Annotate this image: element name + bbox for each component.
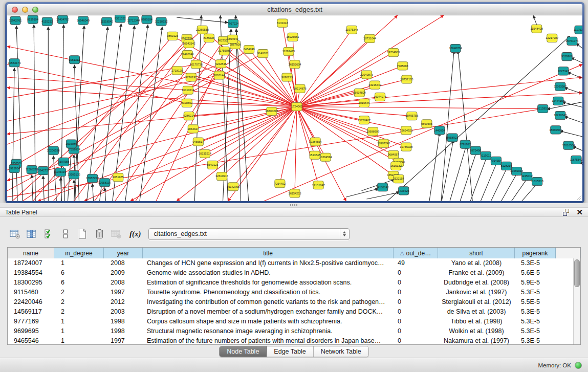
graph-edge[interactable] xyxy=(501,172,517,201)
cell-name[interactable]: 9465546 xyxy=(8,336,54,345)
cell-year[interactable]: 2012 xyxy=(104,297,143,307)
column-header-pagerank[interactable]: pagerank xyxy=(515,248,556,258)
graph-edge[interactable] xyxy=(297,106,412,116)
graph-edge[interactable] xyxy=(450,145,466,201)
graph-edge[interactable] xyxy=(491,167,507,201)
delete-columns-icon[interactable] xyxy=(93,227,106,240)
table-row[interactable]: 946554611997Estimation of the future num… xyxy=(8,336,574,345)
zoom-window-button[interactable] xyxy=(32,7,38,13)
cell-pagerank[interactable]: 5.3E-5 xyxy=(515,317,556,326)
column-header-out_degree[interactable]: △out_de… xyxy=(394,248,438,258)
cell-title[interactable]: Structural magnetic resonance image aver… xyxy=(143,326,394,336)
graph-edge[interactable] xyxy=(571,58,582,63)
cell-short[interactable]: Wolkin et al. (1998) xyxy=(438,326,515,336)
cell-name[interactable]: 18300295 xyxy=(8,278,54,288)
tab-node-table[interactable]: Node Table xyxy=(220,346,267,357)
cell-year[interactable]: 2009 xyxy=(104,268,143,278)
graph-edge[interactable] xyxy=(297,15,444,106)
cell-pagerank[interactable]: 5.3E-5 xyxy=(515,288,556,297)
network-window-titlebar[interactable]: citations_edges.txt xyxy=(7,4,582,15)
graph-edge[interactable] xyxy=(32,175,33,201)
cell-name[interactable]: 9699695 xyxy=(8,326,54,336)
close-window-button[interactable] xyxy=(12,7,18,13)
cell-name[interactable]: 14569117 xyxy=(8,307,54,317)
graph-edge[interactable] xyxy=(7,47,297,107)
graph-edge[interactable] xyxy=(34,25,35,201)
cell-short[interactable]: Jankovic et al. (1997) xyxy=(438,288,515,297)
table-mode-icon[interactable] xyxy=(8,227,21,240)
graph-edge[interactable] xyxy=(568,72,582,78)
graph-edge[interactable] xyxy=(205,106,297,154)
cell-short[interactable]: Yano et al. (2008) xyxy=(438,258,515,268)
cell-out_degree[interactable]: 0 xyxy=(394,278,438,288)
graph-edge[interactable] xyxy=(297,77,582,106)
cell-in_degree[interactable]: 2 xyxy=(54,307,104,317)
cell-out_degree[interactable]: 0 xyxy=(394,307,438,317)
graph-edge[interactable] xyxy=(481,162,497,201)
cell-name[interactable]: 18724007 xyxy=(8,258,54,268)
graph-edge[interactable] xyxy=(84,106,297,201)
cell-in_degree[interactable]: 6 xyxy=(54,268,104,278)
function-builder-icon[interactable]: f(x) xyxy=(129,230,141,238)
table-row[interactable]: 969969511998Structural magnetic resonanc… xyxy=(8,326,574,336)
table-row[interactable]: 1830029562008Estimation of significance … xyxy=(8,278,574,288)
cell-title[interactable]: Corpus callosum shape and size in male p… xyxy=(143,317,394,326)
graph-edge[interactable] xyxy=(573,146,582,150)
cell-out_degree[interactable]: 0 xyxy=(394,268,438,278)
cell-title[interactable]: Investigating the contribution of common… xyxy=(143,297,394,307)
cell-year[interactable]: 2008 xyxy=(104,258,143,268)
minimize-window-button[interactable] xyxy=(22,7,28,13)
cell-pagerank[interactable]: 5.3E-5 xyxy=(515,326,556,336)
graph-edge[interactable] xyxy=(16,26,23,201)
table-row[interactable]: 1872400712008Changes of HCN gene express… xyxy=(8,258,574,268)
cell-title[interactable]: Genome-wide association studies in ADHD. xyxy=(143,268,394,278)
cell-name[interactable]: 9115460 xyxy=(8,288,54,297)
graph-edge[interactable] xyxy=(367,192,400,199)
table-row[interactable]: 977716911998Corpus callosum shape and si… xyxy=(8,317,574,326)
table-selector-dropdown[interactable]: citations_edges.txt xyxy=(148,228,350,240)
cell-pagerank[interactable]: 5.5E-5 xyxy=(515,297,556,307)
memory-indicator-icon[interactable] xyxy=(575,362,582,369)
graph-edge[interactable] xyxy=(533,15,537,25)
unselect-all-icon[interactable] xyxy=(59,227,72,240)
cell-title[interactable]: Estimation of the future numbers of pati… xyxy=(143,336,394,345)
cell-pagerank[interactable]: 5.6E-5 xyxy=(515,268,556,278)
cell-in_degree[interactable]: 1 xyxy=(54,336,104,345)
panel-splitter[interactable] xyxy=(0,203,588,207)
cell-year[interactable]: 1997 xyxy=(104,288,143,297)
graph-edge[interactable] xyxy=(512,178,528,201)
graph-edge[interactable] xyxy=(105,188,106,201)
column-header-name[interactable]: name xyxy=(8,248,54,258)
cell-in_degree[interactable]: 2 xyxy=(54,297,104,307)
scrollbar-thumb[interactable] xyxy=(574,259,580,287)
cell-out_degree[interactable]: 0 xyxy=(394,288,438,297)
graph-edge[interactable] xyxy=(140,27,162,201)
table-row[interactable]: 1456911722003Disruption of a novel membe… xyxy=(8,307,574,317)
cell-name[interactable]: 22420046 xyxy=(8,297,54,307)
cell-in_degree[interactable]: 1 xyxy=(54,326,104,336)
window-resize-grip[interactable] xyxy=(575,194,582,201)
cell-out_degree[interactable]: 0 xyxy=(394,326,438,336)
cell-title[interactable]: Tourette syndrome. Phenomenology and cla… xyxy=(143,288,394,297)
cell-name[interactable]: 19384554 xyxy=(8,268,54,278)
column-header-short[interactable]: short xyxy=(438,248,515,258)
cell-pagerank[interactable]: 5.3E-5 xyxy=(515,258,556,268)
show-columns-icon[interactable] xyxy=(25,227,38,240)
table-row[interactable]: 911546021997Tourette syndrome. Phenomeno… xyxy=(8,288,574,297)
cell-out_degree[interactable]: 0 xyxy=(394,336,438,345)
network-graph[interactable]: 1594276181391044155213194047621694604911… xyxy=(7,15,582,201)
tab-network-table[interactable]: Network Table xyxy=(314,346,368,357)
cell-pagerank[interactable]: 5.3E-5 xyxy=(515,336,556,345)
select-all-icon[interactable] xyxy=(42,227,55,240)
graph-edge[interactable] xyxy=(441,51,454,201)
cell-out_degree[interactable]: 0 xyxy=(394,317,438,326)
cell-in_degree[interactable]: 1 xyxy=(54,317,104,326)
cell-in_degree[interactable]: 2 xyxy=(54,288,104,297)
cell-out_degree[interactable]: 0 xyxy=(394,297,438,307)
column-header-title[interactable]: title xyxy=(143,248,394,258)
graph-edge[interactable] xyxy=(188,90,297,106)
graph-edge[interactable] xyxy=(7,106,297,180)
graph-edge[interactable] xyxy=(346,189,378,197)
cell-year[interactable]: 2003 xyxy=(104,307,143,317)
graph-edge[interactable] xyxy=(7,106,297,134)
